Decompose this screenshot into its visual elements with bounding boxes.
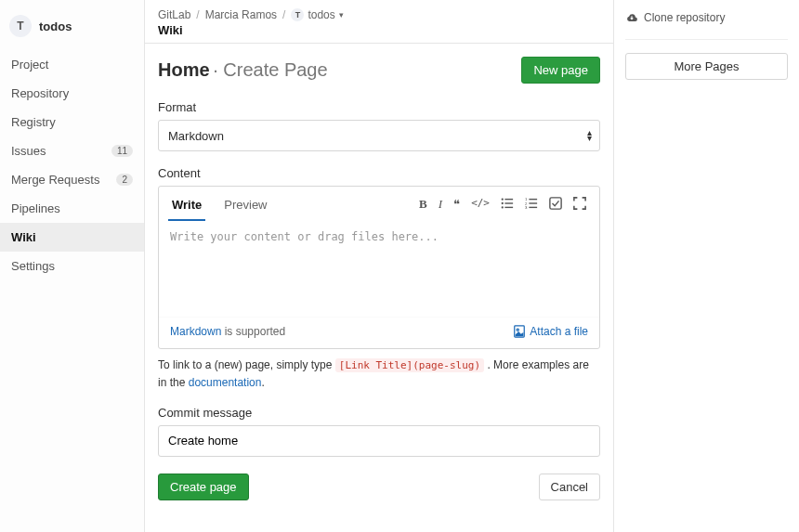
code-icon[interactable]: </>: [471, 197, 490, 212]
svg-rect-3: [504, 202, 513, 203]
editor-toolbar: B I ❝ </> 123: [419, 197, 590, 217]
project-name: todos: [39, 19, 72, 33]
tab-write[interactable]: Write: [168, 192, 205, 221]
select-arrows-icon: ▴▾: [587, 130, 592, 141]
page-subtitle: · Create Page: [213, 59, 327, 80]
more-pages-button[interactable]: More Pages: [625, 53, 788, 80]
page-title: Home: [158, 59, 210, 80]
svg-rect-12: [550, 197, 561, 208]
numbered-list-icon[interactable]: 123: [525, 197, 538, 212]
italic-icon[interactable]: I: [439, 197, 442, 212]
content-area: Home · Create Page New page Format Markd…: [145, 44, 613, 532]
svg-rect-1: [504, 198, 513, 199]
sidebar-item-badge: 11: [111, 145, 133, 157]
breadcrumb-project-name: todos: [308, 8, 334, 21]
breadcrumb-project[interactable]: T todos ▾: [291, 8, 343, 21]
sidebar: T todos ProjectRepositoryRegistryIssues1…: [0, 0, 145, 532]
code-example: [Link Title](page-slug): [335, 358, 484, 372]
bold-icon[interactable]: B: [419, 197, 427, 212]
svg-rect-5: [504, 206, 513, 207]
svg-point-0: [502, 198, 504, 200]
breadcrumb-root[interactable]: GitLab: [158, 8, 190, 21]
sidebar-nav: ProjectRepositoryRegistryIssues11Merge R…: [0, 50, 144, 280]
divider: [625, 39, 788, 40]
markdown-help-link[interactable]: Markdown: [170, 325, 221, 338]
sidebar-item-settings[interactable]: Settings: [0, 252, 144, 280]
quote-icon[interactable]: ❝: [453, 197, 460, 212]
main-content: GitLab / Marcia Ramos / T todos ▾ Wiki H…: [145, 0, 613, 532]
attach-file-link[interactable]: Attach a file: [513, 325, 588, 338]
content-label: Content: [158, 166, 600, 180]
sidebar-item-pipelines[interactable]: Pipelines: [0, 194, 144, 223]
markdown-supported-text: Markdown is supported: [170, 325, 285, 341]
sidebar-item-label: Wiki: [11, 230, 36, 244]
project-header[interactable]: T todos: [0, 9, 144, 50]
link-help-text: To link to a (new) page, simply type [Li…: [158, 357, 600, 391]
page-heading: Home · Create Page: [158, 59, 328, 81]
cancel-button[interactable]: Cancel: [539, 474, 600, 500]
sidebar-item-label: Settings: [11, 259, 55, 273]
sidebar-item-label: Project: [11, 58, 48, 71]
svg-point-4: [502, 206, 504, 208]
bullet-list-icon[interactable]: [501, 197, 514, 212]
sidebar-item-label: Merge Requests: [11, 173, 99, 187]
breadcrumb-sep-icon: /: [196, 8, 199, 21]
sidebar-item-label: Repository: [11, 86, 69, 100]
content-textarea[interactable]: [159, 221, 599, 314]
content-editor: Write Preview B I ❝ </> 123: [158, 186, 600, 349]
sidebar-item-registry[interactable]: Registry: [0, 108, 144, 136]
svg-rect-9: [529, 202, 537, 203]
breadcrumb: GitLab / Marcia Ramos / T todos ▾: [158, 8, 600, 21]
breadcrumb-sep-icon: /: [282, 8, 285, 21]
tab-preview[interactable]: Preview: [220, 192, 270, 221]
svg-point-14: [517, 329, 518, 331]
sidebar-item-issues[interactable]: Issues11: [0, 136, 144, 165]
chevron-down-icon: ▾: [339, 10, 344, 19]
sidebar-item-repository[interactable]: Repository: [0, 79, 144, 108]
format-label: Format: [158, 100, 600, 114]
cloud-download-icon: [625, 11, 638, 24]
project-avatar: T: [9, 15, 32, 37]
attach-file-icon: [513, 325, 526, 338]
sidebar-item-merge-requests[interactable]: Merge Requests2: [0, 165, 144, 194]
clone-repository-link[interactable]: Clone repository: [625, 11, 788, 24]
documentation-link[interactable]: documentation: [189, 376, 262, 389]
sidebar-item-project[interactable]: Project: [0, 50, 144, 79]
svg-text:3: 3: [525, 205, 528, 210]
task-list-icon[interactable]: [549, 197, 562, 212]
project-avatar-small: T: [291, 8, 304, 21]
section-title: Wiki: [158, 23, 600, 37]
svg-rect-11: [529, 206, 537, 207]
sidebar-item-label: Registry: [11, 115, 56, 129]
topbar: GitLab / Marcia Ramos / T todos ▾ Wiki: [145, 0, 613, 44]
format-select[interactable]: Markdown ▴▾: [158, 120, 600, 151]
right-sidebar: Clone repository More Pages: [613, 0, 799, 532]
sidebar-item-wiki[interactable]: Wiki: [0, 223, 144, 252]
new-page-button[interactable]: New page: [521, 57, 600, 84]
format-value: Markdown: [168, 129, 224, 143]
sidebar-item-label: Issues: [11, 144, 46, 158]
create-page-button[interactable]: Create page: [158, 474, 249, 500]
sidebar-item-badge: 2: [116, 174, 133, 186]
commit-label: Commit message: [158, 406, 600, 420]
commit-message-input[interactable]: [158, 425, 600, 457]
sidebar-item-label: Pipelines: [11, 201, 60, 215]
fullscreen-icon[interactable]: [573, 197, 586, 212]
svg-rect-7: [529, 198, 537, 199]
svg-point-2: [502, 201, 504, 203]
breadcrumb-user[interactable]: Marcia Ramos: [205, 8, 277, 21]
